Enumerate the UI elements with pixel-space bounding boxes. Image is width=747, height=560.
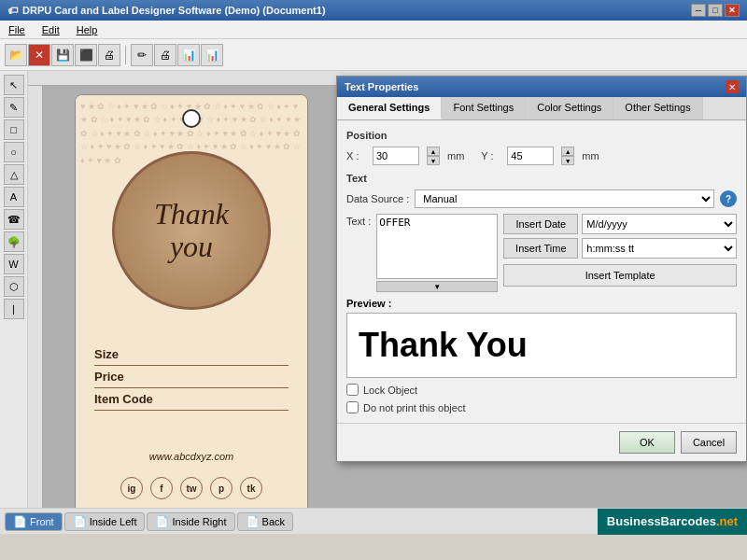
position-row: X : ▲ ▼ mm Y : ▲ ▼ mm — [346, 147, 737, 165]
tool-rect[interactable]: □ — [4, 119, 24, 140]
tools-panel: ↖ ✎ □ ○ △ A ☎ 🌳 W ⬡ | — [0, 71, 28, 534]
tool-phone[interactable]: ☎ — [4, 209, 24, 230]
help-button[interactable]: ? — [720, 190, 737, 207]
toolbar-save[interactable]: 💾 — [51, 44, 74, 66]
app-title: DRPU Card and Label Designer Software (D… — [22, 5, 326, 16]
main-area: ↖ ✎ □ ○ △ A ☎ 🌳 W ⬡ | ♥ ★ ✿ ☆ ♦ ✦ ♥ ★ ✿ … — [0, 71, 747, 534]
dialog-tabs: General Settings Font Settings Color Set… — [337, 97, 746, 120]
preview-section: Preview : Thank You — [346, 298, 737, 378]
tool-tree[interactable]: 🌳 — [4, 231, 24, 252]
titlebar-left: 🏷 DRPU Card and Label Designer Software … — [7, 5, 326, 16]
datasource-row: Data Source : Manual Database Sequential… — [346, 189, 737, 208]
x-unit: mm — [447, 150, 464, 161]
menu-help[interactable]: Help — [73, 23, 102, 36]
insert-template-button[interactable]: Insert Template — [503, 264, 737, 287]
sep1 — [125, 46, 126, 64]
date-format-select[interactable]: M/d/yyyy MM/dd/yyyy yyyy-MM-dd — [582, 214, 737, 234]
x-input[interactable] — [373, 147, 419, 165]
text-input-row: Text : OFFER ▼ Insert Date M/d/yyyy MM/d… — [346, 214, 737, 292]
dialog-footer: OK Cancel — [337, 423, 746, 461]
tab-general-settings[interactable]: General Settings — [337, 97, 442, 119]
app-icon: 🏷 — [7, 5, 18, 16]
tab-font-settings[interactable]: Font Settings — [442, 97, 526, 119]
toolbar-data1[interactable]: 📊 — [177, 44, 200, 66]
dialog-overlay: Text Properties ✕ General Settings Font … — [28, 71, 747, 534]
y-decrement[interactable]: ▼ — [561, 156, 574, 165]
maximize-button[interactable]: □ — [708, 4, 723, 17]
x-spin-buttons: ▲ ▼ — [427, 147, 440, 165]
toolbar-data2[interactable]: 📊 — [201, 44, 223, 66]
tool-line[interactable]: | — [4, 299, 24, 319]
dialog-body: Position X : ▲ ▼ mm Y : ▲ ▼ — [337, 120, 746, 423]
text-section-title: Text — [346, 173, 737, 184]
toolbar: 📂 ✕ 💾 ⬛ 🖨 ✏ 🖨 📊 📊 — [0, 39, 747, 71]
tab-color-settings[interactable]: Color Settings — [526, 97, 613, 119]
toolbar-edit2[interactable]: 🖨 — [154, 44, 176, 66]
x-label: X : — [346, 150, 365, 161]
titlebar: 🏷 DRPU Card and Label Designer Software … — [0, 0, 747, 21]
datasource-label: Data Source : — [346, 193, 409, 204]
toolbar-edit1[interactable]: ✏ — [131, 44, 153, 66]
tab-other-settings[interactable]: Other Settings — [613, 97, 702, 119]
lock-object-label: Lock Object — [363, 385, 417, 396]
text-textarea[interactable]: OFFER — [376, 214, 498, 279]
canvas-area: ♥ ★ ✿ ☆ ♦ ✦ ♥ ★ ✿ ☆ ♦ ✦ ♥ ★ ✿ ☆ ♦ ✦ ♥ ★ … — [28, 71, 747, 534]
dialog-title: Text Properties — [345, 81, 418, 92]
menubar: File Edit Help — [0, 21, 747, 39]
datasource-select[interactable]: Manual Database Sequential — [415, 189, 714, 208]
toolbar-print[interactable]: 🖨 — [98, 44, 120, 66]
toolbar-group-edit: ✏ 🖨 📊 📊 — [131, 44, 223, 66]
titlebar-controls[interactable]: ─ □ ✕ — [691, 4, 740, 17]
toolbar-save-red[interactable]: ✕ — [28, 44, 50, 66]
toolbar-save2[interactable]: ⬛ — [75, 44, 97, 66]
time-format-select[interactable]: h:mm:ss tt HH:mm:ss — [582, 238, 737, 259]
menu-edit[interactable]: Edit — [38, 23, 63, 36]
tool-circle[interactable]: ○ — [4, 142, 24, 162]
insert-time-row: Insert Time h:mm:ss tt HH:mm:ss — [503, 238, 737, 259]
y-label: Y : — [481, 150, 500, 161]
preview-text: Thank You — [359, 326, 528, 365]
text-scroll-down[interactable]: ▼ — [376, 281, 498, 292]
toolbar-group-file: 📂 ✕ 💾 ⬛ 🖨 — [5, 44, 120, 66]
cancel-button[interactable]: Cancel — [681, 431, 737, 454]
ok-button[interactable]: OK — [619, 431, 675, 454]
text-label: Text : — [346, 214, 371, 292]
text-properties-dialog: Text Properties ✕ General Settings Font … — [336, 76, 747, 462]
y-unit: mm — [582, 150, 599, 161]
no-print-label: Do not print this object — [363, 402, 465, 413]
tab-front-icon: 📄 — [13, 515, 27, 528]
right-buttons: Insert Date M/d/yyyy MM/dd/yyyy yyyy-MM-… — [503, 214, 737, 292]
tool-select[interactable]: ↖ — [4, 75, 24, 95]
preview-label: Preview : — [346, 298, 737, 309]
dialog-close-button[interactable]: ✕ — [726, 80, 739, 93]
insert-date-row: Insert Date M/d/yyyy MM/dd/yyyy yyyy-MM-… — [503, 214, 737, 234]
minimize-button[interactable]: ─ — [691, 4, 706, 17]
tool-hex[interactable]: ⬡ — [4, 276, 24, 297]
toolbar-open[interactable]: 📂 — [5, 44, 27, 66]
preview-box: Thank You — [346, 313, 737, 378]
x-increment[interactable]: ▲ — [427, 147, 440, 156]
menu-file[interactable]: File — [5, 23, 29, 36]
tool-triangle[interactable]: △ — [4, 164, 24, 185]
lock-object-checkbox[interactable] — [346, 384, 359, 396]
no-print-row: Do not print this object — [346, 401, 737, 413]
dialog-titlebar: Text Properties ✕ — [337, 77, 746, 97]
x-decrement[interactable]: ▼ — [427, 156, 440, 165]
close-button[interactable]: ✕ — [725, 4, 740, 17]
lock-object-row: Lock Object — [346, 384, 737, 396]
text-area-wrap: OFFER ▼ — [376, 214, 498, 292]
insert-date-button[interactable]: Insert Date — [503, 214, 578, 234]
position-section-title: Position — [346, 130, 737, 141]
tool-pen[interactable]: ✎ — [4, 97, 24, 118]
y-input[interactable] — [507, 147, 554, 165]
insert-time-button[interactable]: Insert Time — [503, 238, 578, 259]
tool-text[interactable]: A — [4, 187, 24, 207]
y-increment[interactable]: ▲ — [561, 147, 574, 156]
no-print-checkbox[interactable] — [346, 401, 359, 413]
tool-w[interactable]: W — [4, 254, 24, 274]
y-spin-buttons: ▲ ▼ — [561, 147, 574, 165]
